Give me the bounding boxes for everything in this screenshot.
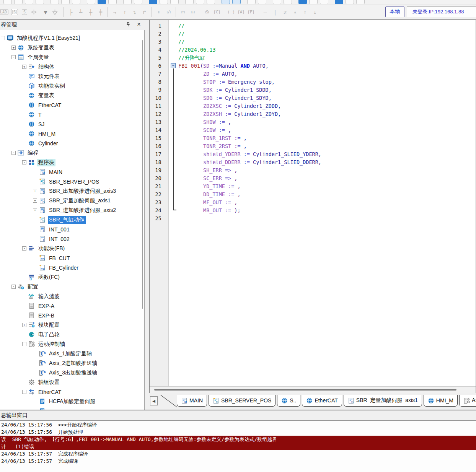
tree-expander-plus[interactable]: + bbox=[11, 46, 16, 50]
wire-up-button[interactable]: ↑ bbox=[120, 7, 130, 18]
toolbar-icon-stub[interactable] bbox=[51, 0, 59, 4]
document-tab-Axis_1加酸[interactable]: Axis_1加酸 bbox=[459, 395, 476, 407]
set-coil-button[interactable]: S bbox=[10, 7, 20, 18]
tree-item-功能块(FB)[interactable]: -功能块(FB) bbox=[0, 244, 144, 253]
document-tab-HMI_M[interactable]: HMI_M bbox=[424, 395, 458, 407]
branch-open-button[interactable]: ├ bbox=[66, 7, 76, 18]
insert-branch-button[interactable] bbox=[29, 7, 41, 18]
tree-item-程序块[interactable]: -程序块 bbox=[0, 158, 144, 167]
toolbar-icon-stub[interactable] bbox=[298, 0, 307, 4]
vertical-line-button[interactable]: | bbox=[270, 7, 280, 18]
document-tab-EtherCAT[interactable]: EtherCAT bbox=[302, 395, 342, 407]
document-tab-S..[interactable]: S.. bbox=[277, 395, 300, 407]
tree-item-模块配置[interactable]: +模块配置 bbox=[0, 320, 144, 330]
tree-expander-plus[interactable]: + bbox=[33, 199, 37, 203]
toolbar-icon-stub[interactable] bbox=[222, 0, 230, 4]
toolbar-icon-stub[interactable] bbox=[123, 0, 132, 4]
tree-expander-minus[interactable]: - bbox=[11, 55, 16, 59]
toolbar-icon-stub[interactable] bbox=[232, 0, 241, 4]
tree-item-Axis_3出加酸推送轴[interactable]: Axis_3出加酸推送轴 bbox=[0, 368, 144, 378]
toolbar-icon-stub[interactable] bbox=[356, 0, 365, 4]
tree-item-T[interactable]: T bbox=[0, 110, 144, 119]
tree-item-Axis_2进加酸推送轴[interactable]: Axis_2进加酸推送轴 bbox=[0, 358, 144, 368]
tree-item-MAIN[interactable]: MMAIN bbox=[0, 167, 144, 177]
tree-item-配置[interactable]: -配置 bbox=[0, 282, 144, 291]
not-equal-button[interactable]: ≠ bbox=[280, 7, 290, 18]
toolbar-icon-stub[interactable] bbox=[284, 0, 292, 4]
toolbar-icon-stub[interactable] bbox=[149, 0, 157, 4]
toolbar-icon-stub[interactable] bbox=[25, 0, 33, 4]
toolbar-icon-stub[interactable] bbox=[3, 0, 12, 4]
toolbar-icon-stub[interactable] bbox=[247, 0, 256, 4]
block-f-button[interactable]: {F} bbox=[246, 7, 256, 18]
delete-row-button[interactable] bbox=[51, 7, 62, 18]
toolbar-icon-stub[interactable] bbox=[134, 0, 142, 4]
contact-closed-button[interactable]: ⊣/⊢ bbox=[164, 7, 174, 18]
tree-item-功能块实例[interactable]: 功能块实例 bbox=[0, 81, 144, 91]
toolbar-icon-stub[interactable] bbox=[185, 0, 194, 4]
lad-editor-button[interactable]: LAD bbox=[0, 7, 10, 18]
tree-item-SBR_气缸动作[interactable]: SSBR_气缸动作 bbox=[0, 215, 144, 225]
wire-corner-down-button[interactable]: ↴ bbox=[130, 7, 140, 18]
tree-item-FB_Cylinder[interactable]: FBFB_Cylinder bbox=[0, 263, 144, 272]
toolbar-icon-stub[interactable] bbox=[273, 0, 281, 4]
tree-item-系统变量表[interactable]: +系统变量表 bbox=[0, 43, 144, 52]
toolbar-icon-stub[interactable] bbox=[258, 0, 266, 4]
login-status-box[interactable]: 未登录:IP:192.168.1.88 bbox=[407, 7, 476, 17]
tree-expander-plus[interactable]: + bbox=[33, 189, 37, 193]
reset-coil-button[interactable]: S bbox=[20, 7, 29, 18]
pin-icon[interactable] bbox=[125, 21, 132, 28]
arrow-down-button[interactable]: ↓ bbox=[310, 7, 320, 18]
tree-item-全局变量[interactable]: -全局变量 bbox=[0, 52, 144, 62]
document-tab-SBR_SERVER_POS[interactable]: SSBR_SERVER_POS bbox=[209, 395, 275, 407]
output-error-line[interactable]: 计 - (1)错误 bbox=[0, 443, 476, 450]
tree-expander-plus[interactable]: + bbox=[22, 323, 26, 327]
toolbar-icon-stub[interactable] bbox=[87, 0, 95, 4]
contact-falling-button[interactable]: ⊣↓⊢ bbox=[188, 7, 198, 18]
arrow-up-button[interactable]: ↑ bbox=[300, 7, 310, 18]
toolbar-icon-stub[interactable] bbox=[108, 0, 117, 4]
contact-open-button[interactable]: ⊣⊢ bbox=[154, 7, 164, 18]
editor-hscroll-thumb[interactable] bbox=[154, 389, 456, 391]
tree-item-INT_001[interactable]: IINT_001 bbox=[0, 225, 144, 234]
output-info-line[interactable]: 24/06/13 15:17:57 完成编译 bbox=[0, 457, 476, 465]
tree-item-软元件表[interactable]: 软元件表 bbox=[0, 72, 144, 81]
tree-expander-minus[interactable]: - bbox=[1, 36, 5, 40]
document-tab-SBR_定量加酸伺服_axis1[interactable]: SSBR_定量加酸伺服_axis1 bbox=[344, 395, 422, 407]
tree-item-FB_CUT[interactable]: FBFB_CUT bbox=[0, 253, 144, 263]
toolbar-icon-stub[interactable] bbox=[207, 0, 215, 4]
tree-expander-plus[interactable]: + bbox=[33, 208, 37, 212]
toolbar-icon-stub[interactable] bbox=[61, 0, 70, 4]
tab-scroll-left-button[interactable]: ◀ bbox=[150, 396, 158, 405]
branch-close-button[interactable]: ┴ bbox=[76, 7, 86, 18]
st-editor[interactable]: 1234567891011121314151617181920212223242… bbox=[149, 20, 476, 393]
tree-item-HMI_M[interactable]: HMI_M bbox=[0, 129, 144, 138]
block-c-button[interactable]: {C} bbox=[212, 7, 222, 18]
toolbar-icon-stub[interactable] bbox=[36, 0, 44, 4]
branch-rails-button[interactable]: ╪ bbox=[96, 7, 106, 18]
tree-item-EXP-A[interactable]: EXP-A bbox=[0, 301, 144, 311]
tree-item-SBR_定量加酸伺服_axis1[interactable]: +SSBR_定量加酸伺服_axis1 bbox=[0, 196, 144, 205]
tree-item-函数(FC)[interactable]: ()函数(FC) bbox=[0, 272, 144, 282]
tree-item-Cylinder[interactable]: Cylinder bbox=[0, 138, 144, 148]
tree-expander-plus[interactable]: + bbox=[22, 65, 26, 69]
tree-item-SJ[interactable]: SJ bbox=[0, 119, 144, 129]
fold-collapse-box[interactable]: − bbox=[171, 63, 176, 68]
tree-expander-minus[interactable]: - bbox=[22, 246, 26, 251]
tree-item-运动控制轴[interactable]: -运动控制轴 bbox=[0, 339, 144, 349]
local-mode-button[interactable]: 本地 bbox=[385, 7, 404, 17]
close-icon[interactable]: × bbox=[135, 21, 142, 28]
tree-item-SBR_出加酸推进伺服_axis3[interactable]: +SSBR_出加酸推进伺服_axis3 bbox=[0, 186, 144, 196]
tree-item-INT_002[interactable]: IINT_002 bbox=[0, 234, 144, 244]
document-tab-MAIN[interactable]: MMAIN bbox=[177, 395, 207, 407]
tree-item-电子凸轮[interactable]: 电子凸轮 bbox=[0, 330, 144, 339]
toolbar-icon-stub[interactable] bbox=[196, 0, 204, 4]
toolbar-icon-stub[interactable] bbox=[170, 0, 179, 4]
toolbar-icon-stub[interactable] bbox=[335, 0, 343, 4]
branch-mid-button[interactable]: ┼ bbox=[86, 7, 96, 18]
tree-item-EXP-B[interactable]: EXP-B bbox=[0, 311, 144, 320]
coil-output-button[interactable]: ( ) bbox=[226, 7, 236, 18]
toolbar-icon-stub[interactable] bbox=[98, 0, 106, 4]
insert-row-button[interactable]: ▼ bbox=[41, 7, 51, 18]
tree-item-EtherCAT[interactable]: EtherCAT bbox=[0, 100, 144, 110]
